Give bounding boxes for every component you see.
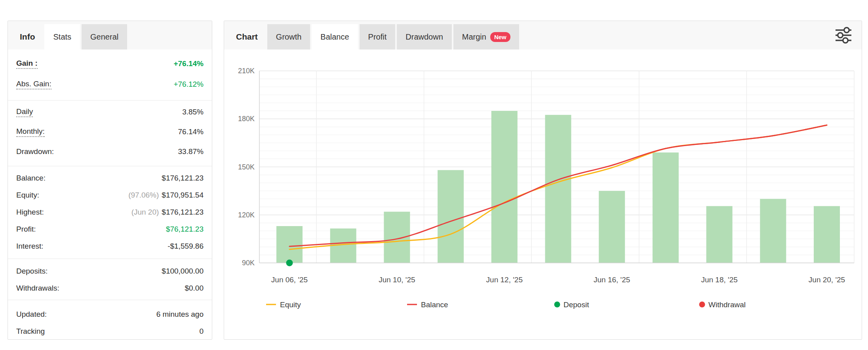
stat-label[interactable]: Abs. Gain: <box>16 80 51 89</box>
balance-bar[interactable] <box>491 111 518 263</box>
filter-icon[interactable] <box>834 26 853 45</box>
tab-profit[interactable]: Profit <box>360 24 396 49</box>
balance-bar[interactable] <box>599 191 625 263</box>
stat-value-prefix: (Jun 20) <box>131 208 159 216</box>
stat-value-text: 0 <box>199 327 204 335</box>
y-tick-label: 120K <box>238 211 255 219</box>
stat-value: 33.87% <box>178 147 204 156</box>
stat-value: $76,121.23 <box>166 225 204 234</box>
stats-section: Daily3.85%Monthly:76.14%Drawdown:33.87% <box>8 100 212 166</box>
stat-row: Drawdown:33.87% <box>16 142 204 162</box>
legend-item-equity[interactable]: Equity <box>266 301 301 309</box>
balance-bar[interactable] <box>814 206 840 263</box>
stat-label: Deposits: <box>16 267 48 276</box>
deposit-marker[interactable] <box>286 260 293 266</box>
stat-row: Deposits:$100,000.00 <box>16 262 204 280</box>
stat-row: Monthly:76.14% <box>16 122 204 142</box>
x-tick-label: Jun 20, '25 <box>809 276 845 284</box>
stat-value: (Jun 20)$176,121.23 <box>131 208 204 217</box>
tab-growth[interactable]: Growth <box>267 24 310 49</box>
x-tick-label: Jun 12, '25 <box>486 276 523 284</box>
stats-panel-header: Info StatsGeneral <box>8 21 212 49</box>
tab-drawdown[interactable]: Drawdown <box>397 24 451 49</box>
stat-value: +76.12% <box>173 80 204 89</box>
stat-value-text: -$1,559.86 <box>168 242 204 250</box>
stats-tabbar: StatsGeneral <box>44 24 129 49</box>
stat-row: Equity:(97.06%)$170,951.54 <box>16 186 204 204</box>
legend-dot-swatch <box>699 302 705 308</box>
stat-label: Interest: <box>16 242 44 251</box>
x-tick-label: Jun 16, '25 <box>594 276 630 284</box>
stat-value-text: +76.14% <box>173 59 204 68</box>
tab-label: Margin <box>462 32 486 42</box>
stat-label: Highest: <box>16 208 44 217</box>
x-tick-label: Jun 18, '25 <box>701 276 737 284</box>
tab-label: General <box>90 32 118 42</box>
stat-label[interactable]: Daily <box>16 107 33 117</box>
stats-body: Gain :+76.14%Abs. Gain:+76.12%Daily3.85%… <box>8 49 212 340</box>
stat-value-text: 3.85% <box>182 108 204 116</box>
tab-stats[interactable]: Stats <box>44 24 80 49</box>
stat-value-text: $76,121.23 <box>166 225 204 233</box>
stat-value-prefix: (97.06%) <box>128 191 159 199</box>
stat-row: Interest:-$1,559.86 <box>16 238 204 255</box>
stats-panel: Info StatsGeneral Gain :+76.14%Abs. Gain… <box>8 21 212 340</box>
tab-label: Stats <box>53 32 71 42</box>
stat-label[interactable]: Gain : <box>16 59 38 69</box>
stat-label: Tracking <box>16 327 45 336</box>
new-badge: New <box>490 32 510 42</box>
stat-value: $176,121.23 <box>162 174 204 183</box>
stat-value: 6 minutes ago <box>156 310 204 319</box>
balance-bar[interactable] <box>760 199 786 263</box>
legend-item-balance[interactable]: Balance <box>407 301 448 309</box>
legend-item-deposit[interactable]: Deposit <box>554 301 590 309</box>
legend-label: Deposit <box>563 301 589 309</box>
balance-bar[interactable] <box>653 152 679 263</box>
tab-label: Growth <box>276 32 301 42</box>
chart-panel: Chart GrowthBalanceProfitDrawdownMarginN… <box>224 21 862 340</box>
chart-tabbar: GrowthBalanceProfitDrawdownMarginNew <box>267 24 521 49</box>
stat-value-text: 6 minutes ago <box>156 310 204 318</box>
stat-row: Abs. Gain:+76.12% <box>16 74 204 95</box>
balance-bar[interactable] <box>438 170 464 263</box>
stat-value-text: $170,951.54 <box>162 191 204 199</box>
stats-section: Updated:6 minutes agoTracking0 <box>8 300 212 340</box>
tab-label: Drawdown <box>405 32 443 42</box>
stat-row: Balance:$176,121.23 <box>16 169 204 186</box>
stat-value: 76.14% <box>178 127 204 136</box>
chart-panel-header: Chart GrowthBalanceProfitDrawdownMarginN… <box>224 21 862 49</box>
stat-value-text: $0.00 <box>185 284 204 292</box>
stat-value: +76.14% <box>173 59 204 68</box>
chart-panel-title: Chart <box>236 24 258 49</box>
stat-value-text: 33.87% <box>178 147 204 156</box>
tab-label: Balance <box>320 32 349 42</box>
stats-section: Balance:$176,121.23Equity:(97.06%)$170,9… <box>8 166 212 259</box>
x-tick-label: Jun 06, '25 <box>271 276 308 284</box>
stat-label: Balance: <box>16 174 46 183</box>
tab-general[interactable]: General <box>82 24 127 49</box>
stats-panel-title: Info <box>20 24 35 49</box>
tab-balance[interactable]: Balance <box>312 24 358 49</box>
balance-bar[interactable] <box>545 115 571 263</box>
stat-label: Profit: <box>16 225 36 234</box>
stat-value-text: +76.12% <box>173 80 204 88</box>
legend-label: Equity <box>280 301 301 309</box>
stat-label: Drawdown: <box>16 147 54 156</box>
stat-value: $0.00 <box>185 284 204 293</box>
balance-bar[interactable] <box>276 226 303 263</box>
balance-bar[interactable] <box>706 206 733 263</box>
stat-value: 0 <box>199 327 204 336</box>
balance-chart: 90K120K150K180K210KJun 06, '25Jun 10, '2… <box>224 49 862 339</box>
y-tick-label: 210K <box>238 67 255 75</box>
stat-value-text: $176,121.23 <box>162 208 204 216</box>
stat-label: Withdrawals: <box>16 284 59 293</box>
legend-item-withdrawal[interactable]: Withdrawal <box>699 301 746 309</box>
stat-value-text: 76.14% <box>178 127 204 136</box>
filter-sliders-icon <box>834 26 853 44</box>
y-tick-label: 180K <box>238 115 255 123</box>
tab-margin[interactable]: MarginNew <box>453 24 519 49</box>
stat-label[interactable]: Monthly: <box>16 127 45 137</box>
stat-row: Highest:(Jun 20)$176,121.23 <box>16 204 204 221</box>
stat-value: 3.85% <box>182 108 204 116</box>
legend-dot-swatch <box>554 302 560 308</box>
